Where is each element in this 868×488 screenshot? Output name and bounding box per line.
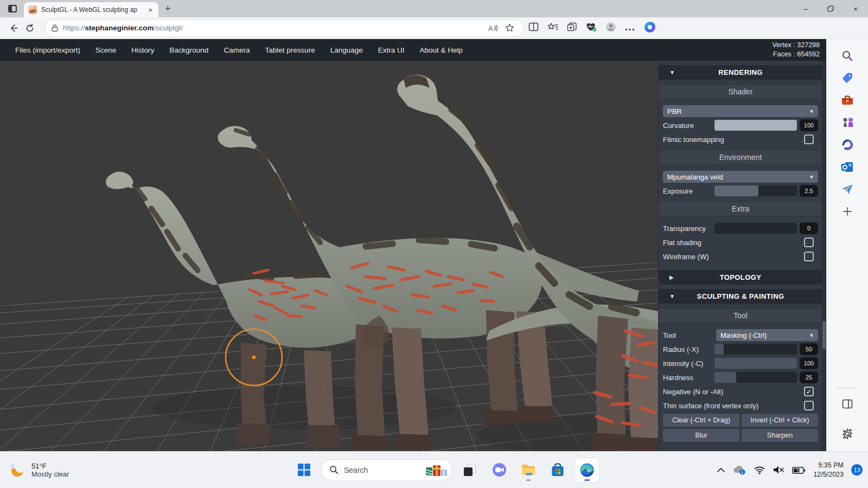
flat-shading-checkbox[interactable] [804, 237, 814, 247]
menu-about-help[interactable]: About & Help [420, 46, 463, 54]
microsoft-store-button[interactable] [546, 458, 570, 482]
window-controls: – × [793, 0, 868, 17]
chat-button[interactable] [487, 458, 511, 482]
collapse-arrow-icon[interactable]: ▼ [669, 293, 675, 299]
edge-browser-button[interactable] [575, 458, 599, 482]
section-sculpting-painting[interactable]: ▼ SCULPTING & PAINTING [659, 289, 822, 304]
sidebar-tools-button[interactable] [837, 89, 858, 111]
clear-mask-button[interactable]: Clear (-Ctrl + Drag) [663, 414, 739, 427]
browser-toolbar: https://stephaneginier.com/sculptgl/ A [0, 17, 868, 39]
sidebar-shopping-button[interactable] [837, 67, 858, 89]
exposure-row: Exposure 2.5 [661, 184, 820, 198]
menu-language[interactable]: Language [330, 46, 363, 54]
file-explorer-button[interactable] [516, 458, 540, 482]
close-window-button[interactable]: × [843, 0, 868, 17]
menu-history[interactable]: History [131, 46, 154, 54]
sidebar-pane-button[interactable] [837, 393, 858, 415]
folder-icon [521, 464, 536, 477]
start-button[interactable] [292, 458, 316, 482]
refresh-button[interactable] [22, 20, 38, 36]
address-bar[interactable]: https://stephaneginier.com/sculptgl/ A [46, 20, 523, 36]
scrollbar-thumb[interactable] [822, 321, 826, 349]
hardness-value[interactable]: 25 [800, 371, 818, 383]
search-icon [329, 465, 339, 474]
task-view-button[interactable] [458, 458, 482, 482]
restore-button[interactable] [818, 0, 843, 17]
panel-scrollbar[interactable] [822, 61, 826, 451]
minimize-button[interactable]: – [793, 0, 818, 17]
shader-select[interactable]: PBR▼ [663, 105, 818, 117]
menu-files[interactable]: Files (import/export) [15, 46, 80, 54]
curvature-value[interactable]: 100 [800, 119, 818, 131]
sidebar-m365-copilot-button[interactable] [837, 133, 858, 156]
volume-muted-icon[interactable] [773, 465, 784, 474]
lock-icon [51, 24, 59, 32]
radius-value[interactable]: 50 [800, 343, 818, 355]
add-favorite-button[interactable] [501, 20, 518, 36]
onedrive-icon[interactable]: i [732, 465, 746, 475]
sidebar-add-button[interactable] [837, 200, 858, 222]
active-tab[interactable]: SculptGL - A WebGL sculpting ap × [24, 2, 158, 17]
svg-text:A: A [488, 24, 493, 33]
tab-actions-menu-icon[interactable] [4, 2, 21, 15]
thin-surface-checkbox[interactable] [804, 401, 814, 410]
clock[interactable]: 5:35 PM 12/5/2023 [813, 461, 844, 479]
sidebar-divider [838, 388, 857, 388]
intensity-value[interactable]: 100 [800, 357, 818, 369]
sidebar-search-button[interactable] [837, 44, 858, 67]
tray-chevron-up-icon[interactable] [717, 467, 725, 472]
blur-mask-button[interactable]: Blur [663, 429, 739, 442]
collapse-arrow-icon[interactable]: ▼ [669, 69, 675, 75]
wifi-icon[interactable] [754, 466, 765, 474]
menu-tablet-pressure[interactable]: Tablet pressure [265, 46, 315, 54]
menu-background[interactable]: Background [169, 46, 208, 54]
settings-more-button[interactable] [625, 23, 635, 33]
sidebar-outlook-button[interactable] [837, 156, 858, 178]
menu-scene[interactable]: Scene [95, 46, 116, 54]
taskbar-center: Search [292, 458, 599, 482]
exposure-value[interactable]: 2.5 [800, 185, 818, 197]
profile-button[interactable] [605, 22, 616, 35]
environment-select[interactable]: Mpumalanga veld▼ [663, 171, 818, 183]
section-topology[interactable]: ▶ TOPOLOGY [659, 270, 822, 285]
hardness-slider[interactable] [714, 372, 797, 383]
chevron-down-icon: ▼ [809, 174, 814, 180]
taskbar-search-box[interactable]: Search [321, 459, 452, 481]
section-rendering[interactable]: ▼ RENDERING [659, 65, 822, 80]
intensity-slider[interactable] [714, 358, 797, 369]
transparency-value[interactable]: 0 [800, 222, 818, 234]
battery-icon[interactable] [792, 466, 806, 474]
curvature-slider[interactable] [714, 120, 797, 131]
exposure-slider[interactable] [714, 185, 797, 196]
restore-icon [827, 5, 834, 12]
copilot-button[interactable] [643, 21, 656, 36]
transparency-slider[interactable] [714, 223, 797, 234]
sculptgl-gui-panel: ▼ RENDERING Shader PBR▼ Curvature 100 [658, 61, 826, 451]
menu-extra-ui[interactable]: Extra UI [378, 46, 405, 54]
new-tab-button[interactable]: + [165, 4, 171, 14]
weather-temperature: 51°F [31, 462, 69, 470]
radius-slider[interactable] [714, 344, 797, 355]
weather-widget[interactable]: 51°F Mostly clear [8, 461, 69, 479]
invert-mask-button[interactable]: Invert (-Ctrl + Click) [742, 414, 818, 427]
browser-essentials-button[interactable] [586, 22, 597, 34]
split-screen-button[interactable] [528, 22, 539, 34]
sidebar-drop-button[interactable] [837, 178, 858, 200]
menu-camera[interactable]: Camera [224, 46, 250, 54]
tool-select[interactable]: Masking (-Ctrl)▼ [716, 329, 818, 341]
back-button[interactable] [5, 20, 22, 36]
collapse-arrow-icon[interactable]: ▶ [669, 274, 674, 280]
sidebar-settings-button[interactable] [837, 422, 858, 445]
workspaces-icon [8, 4, 17, 14]
wireframe-checkbox[interactable] [804, 252, 814, 261]
read-aloud-button[interactable]: A [485, 20, 501, 36]
tab-close-icon[interactable]: × [146, 6, 154, 14]
negative-checkbox-checked[interactable]: ✓ [804, 387, 814, 396]
collections-button[interactable] [567, 22, 577, 34]
notification-badge[interactable]: 13 [851, 464, 863, 476]
favorites-button[interactable] [547, 22, 558, 34]
sidebar-games-button[interactable] [837, 111, 858, 133]
sculpt-viewport[interactable] [0, 61, 658, 451]
filmic-checkbox[interactable] [804, 134, 814, 144]
sharpen-mask-button[interactable]: Sharpen [742, 429, 818, 442]
